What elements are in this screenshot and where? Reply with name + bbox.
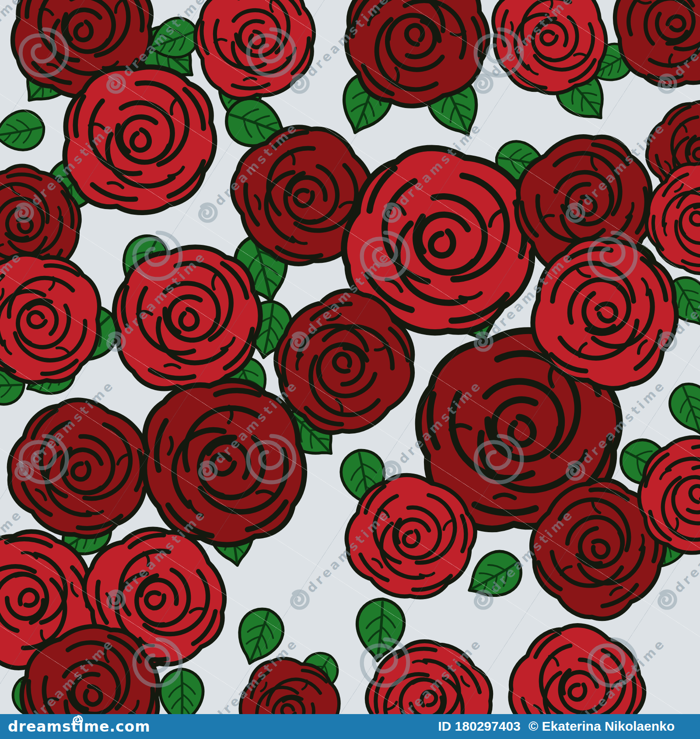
rose-dark [606, 0, 700, 95]
watermark-footer-bar: dreamstime.com ID 180297403 © Ekaterina … [0, 714, 700, 739]
roses-pattern-artwork: dreamstimedreamstimedreamstimedreamstime… [0, 0, 700, 714]
leaf [664, 378, 700, 440]
leaf [0, 108, 47, 155]
image-id-text: ID 180297403 [438, 719, 521, 733]
dreamstime-spiral-icon [72, 715, 84, 726]
author-text: © Ekaterina Nikolaenko [528, 719, 675, 733]
dreamstime-logo: dreamstime.com [8, 717, 150, 739]
stock-image-page: dreamstimedreamstimedreamstimedreamstime… [0, 0, 700, 739]
image-credit: ID 180297403 © Ekaterina Nikolaenko [438, 714, 675, 739]
roses-pattern-svg: dreamstimedreamstimedreamstimedreamstime… [0, 0, 700, 714]
rose-bright [0, 251, 105, 388]
leaf [160, 669, 203, 714]
